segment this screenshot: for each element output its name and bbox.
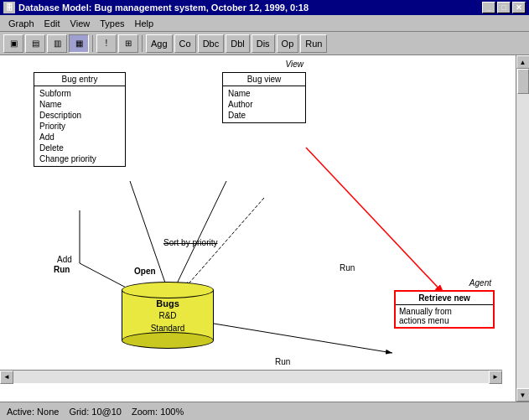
cyl-top [122, 282, 214, 298]
tool-btn-2[interactable]: ▥ [47, 34, 67, 53]
agent-item-0: Manually from [399, 307, 490, 316]
scroll-down-button[interactable]: ▼ [516, 388, 530, 402]
maximize-button[interactable]: □ [497, 2, 511, 13]
bug-view-node[interactable]: View Bug view Name Author Date [222, 72, 306, 123]
agent-item-1: actions menu [399, 316, 490, 325]
toolbar-separator-2 [142, 35, 143, 52]
menu-bar: Graph Edit View Types Help [0, 15, 529, 32]
tool-run[interactable]: Run [300, 34, 327, 53]
cyl-bottom [122, 332, 214, 349]
tool-dbl[interactable]: Dbl [226, 34, 250, 53]
menu-edit[interactable]: Edit [39, 18, 65, 29]
title-bar: 🗄 Database Model: Bug management system,… [0, 0, 529, 15]
agent-body: Manually from actions menu [396, 305, 493, 327]
window-title: Database Model: Bug management system, O… [18, 3, 309, 13]
main-area: Bug entry Subform Name Description Prior… [0, 55, 529, 402]
minimize-button[interactable]: _ [482, 2, 495, 13]
agent-node[interactable]: Agent Retrieve new Manually from actions… [394, 290, 495, 329]
agent-label-top: Agent [469, 278, 491, 288]
menu-graph[interactable]: Graph [3, 18, 39, 29]
scroll-track-v[interactable] [516, 69, 529, 388]
bug-view-body: Name Author Date [223, 86, 305, 122]
bug-entry-body: Subform Name Description Priority Add De… [34, 86, 125, 166]
tool-btn-3[interactable]: ▦ [69, 34, 89, 53]
tool-dis[interactable]: Dis [252, 34, 275, 53]
bug-entry-node[interactable]: Bug entry Subform Name Description Prior… [34, 72, 126, 167]
label-run-2: Run [340, 263, 355, 272]
bugs-cylinder[interactable]: Bugs R&D Standard [122, 282, 214, 350]
tool-co[interactable]: Co [174, 34, 196, 53]
status-active: Active: None [7, 407, 59, 417]
bug-view-item-1: Author [226, 99, 302, 110]
tool-dbc[interactable]: Dbc [198, 34, 225, 53]
bug-entry-item-4: Add [38, 132, 122, 143]
bug-entry-item-2: Description [38, 110, 122, 121]
canvas[interactable]: Bug entry Subform Name Description Prior… [0, 55, 516, 402]
bug-view-item-2: Date [226, 110, 302, 121]
toolbar: ▣ ▤ ▥ ▦ ! ⊞ Agg Co Dbc Dbl Dis Op Run [0, 32, 529, 55]
scrollbar-horizontal[interactable]: ◄ ► [0, 370, 502, 383]
scroll-up-button[interactable]: ▲ [516, 55, 530, 69]
label-run-1: Run [54, 265, 70, 274]
bug-entry-item-1: Name [38, 99, 122, 110]
bug-view-label-top: View [286, 60, 304, 69]
cylinder-shape: Bugs R&D Standard [122, 282, 214, 349]
menu-types[interactable]: Types [95, 18, 129, 29]
app-icon: 🗄 [3, 2, 15, 13]
status-zoom: Zoom: 100% [132, 407, 184, 417]
tool-agg[interactable]: Agg [146, 34, 173, 53]
tool-btn-1[interactable]: ▤ [25, 34, 45, 53]
scroll-right-button[interactable]: ► [489, 371, 502, 384]
label-run-3: Run [275, 357, 290, 366]
menu-view[interactable]: View [65, 18, 96, 29]
toolbar-separator-1 [92, 35, 93, 52]
label-open: Open [134, 267, 156, 276]
scroll-thumb-v[interactable] [517, 69, 529, 94]
status-grid: Grid: 10@10 [69, 407, 122, 417]
scroll-left-button[interactable]: ◄ [0, 371, 13, 384]
bug-view-item-0: Name [226, 88, 302, 99]
tool-btn-0[interactable]: ▣ [3, 34, 23, 53]
bug-entry-item-5: Delete [38, 143, 122, 153]
tool-op[interactable]: Op [277, 34, 299, 53]
tool-btn-grid[interactable]: ⊞ [118, 34, 138, 53]
tool-btn-icon[interactable]: ! [96, 34, 117, 53]
bug-entry-title: Bug entry [34, 73, 125, 86]
bug-entry-item-6: Change priority [38, 153, 122, 164]
agent-title: Retrieve new [396, 292, 493, 305]
label-add: Add [57, 255, 72, 264]
bug-entry-item-3: Priority [38, 121, 122, 132]
scroll-track-h[interactable] [13, 371, 489, 383]
menu-help[interactable]: Help [130, 18, 159, 29]
bug-entry-item-0: Subform [38, 88, 122, 99]
close-button[interactable]: ✕ [512, 2, 526, 13]
status-bar: Active: None Grid: 10@10 Zoom: 100% [0, 402, 529, 420]
label-sortbypriority: Sort by priority [163, 238, 217, 247]
bug-view-title: Bug view [223, 73, 305, 86]
scrollbar-vertical[interactable]: ▲ ▼ [516, 55, 529, 402]
